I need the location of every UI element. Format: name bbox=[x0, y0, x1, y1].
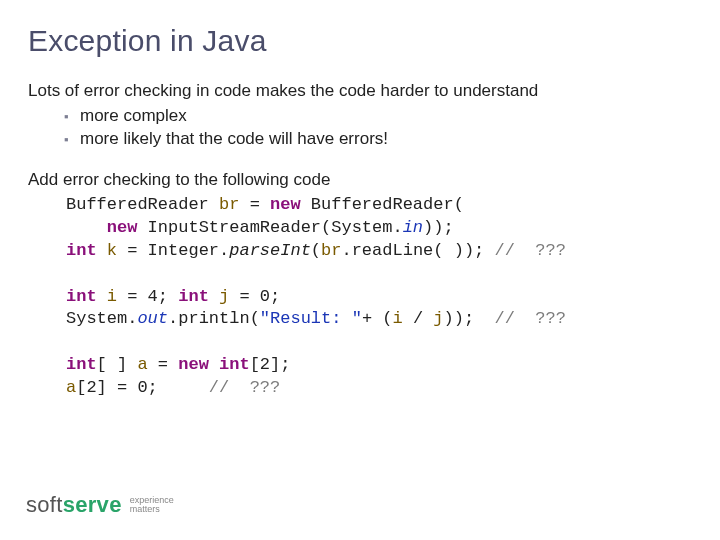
bullet-list: more complex more likely that the code w… bbox=[28, 105, 692, 151]
logo-tagline: experience matters bbox=[130, 496, 174, 515]
code-line: a[2] = 0; // ??? bbox=[66, 378, 280, 397]
logo-serve: serve bbox=[63, 492, 122, 517]
logo-soft: soft bbox=[26, 492, 63, 517]
code-line: int[ ] a = new int[2]; bbox=[66, 355, 290, 374]
list-item: more likely that the code will have erro… bbox=[28, 128, 692, 151]
code-block: BufferedReader br = new BufferedReader( … bbox=[28, 194, 692, 400]
code-line: int k = Integer.parseInt(br.readLine( ))… bbox=[66, 241, 566, 260]
logo-wordmark: softserve bbox=[26, 492, 122, 518]
slide-title: Exception in Java bbox=[28, 24, 692, 58]
slide-body: Lots of error checking in code makes the… bbox=[28, 80, 692, 400]
logo: softserve experience matters bbox=[26, 492, 174, 518]
code-line: System.out.println("Result: "+ (i / j));… bbox=[66, 309, 566, 328]
lead-text: Lots of error checking in code makes the… bbox=[28, 80, 692, 103]
logo-tag-line2: matters bbox=[130, 505, 174, 514]
list-item: more complex bbox=[28, 105, 692, 128]
slide: Exception in Java Lots of error checking… bbox=[0, 0, 720, 540]
code-line: int i = 4; int j = 0; bbox=[66, 287, 280, 306]
lead2-text: Add error checking to the following code bbox=[28, 169, 692, 192]
code-line: new InputStreamReader(System.in)); bbox=[66, 218, 454, 237]
code-line: BufferedReader br = new BufferedReader( bbox=[66, 195, 464, 214]
